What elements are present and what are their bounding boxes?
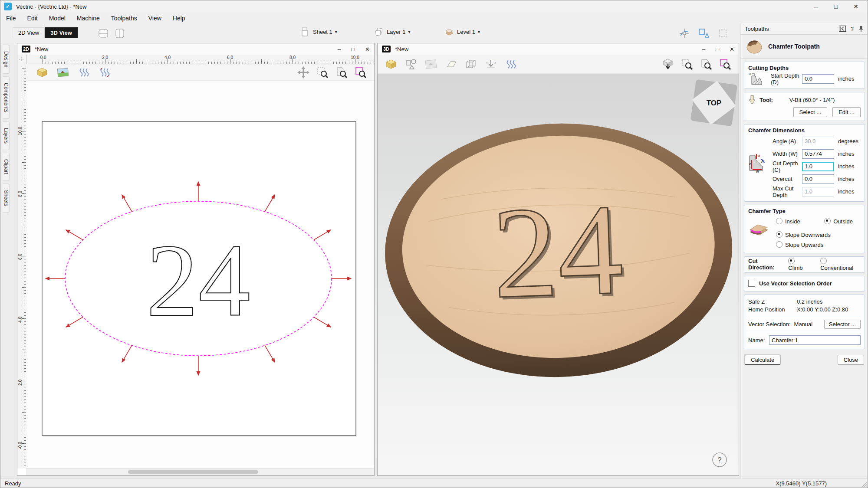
ruler-tick-label: 2.0 bbox=[18, 380, 23, 386]
collapse-panel-icon[interactable] bbox=[838, 25, 846, 33]
zoom-selection-icon[interactable] bbox=[681, 58, 694, 71]
pan-view-icon[interactable] bbox=[297, 66, 310, 79]
slope-downwards-radio[interactable]: Slope Downwards bbox=[776, 231, 831, 238]
toolpath-preview-icon[interactable] bbox=[504, 58, 517, 71]
vector-order-checkbox[interactable] bbox=[748, 280, 755, 287]
ruler-tick-label: 6.0 bbox=[227, 55, 233, 60]
sheet-selector[interactable]: Sheet 1 ▾ bbox=[301, 26, 337, 37]
material-plane-icon[interactable] bbox=[444, 58, 457, 71]
cut-depth-input[interactable] bbox=[802, 162, 834, 171]
cut-depth-row: Cut Depth (C) inches bbox=[773, 160, 861, 173]
tool-select-button[interactable]: Select ... bbox=[793, 107, 828, 117]
group-title: Chamfer Type bbox=[748, 208, 861, 214]
toolpath-preview-icon[interactable] bbox=[77, 66, 90, 79]
menu-help[interactable]: Help bbox=[167, 15, 191, 22]
width-input[interactable] bbox=[802, 149, 834, 159]
title-bar: ✓ Vectric - {Vectric Ltd} - *New – □ ✕ bbox=[0, 0, 868, 13]
maximize-button[interactable]: □ bbox=[826, 0, 846, 13]
conventional-radio[interactable]: Conventional bbox=[820, 258, 861, 271]
panel-title: Toolpaths bbox=[745, 26, 769, 32]
wireframe-cube-icon[interactable] bbox=[464, 58, 477, 71]
tab-3d-view[interactable]: 3D View bbox=[45, 27, 78, 38]
origin-position-icon[interactable]: YX bbox=[484, 58, 497, 71]
layer-selector[interactable]: Layer 1 ▾ bbox=[375, 26, 410, 37]
sidebar-tab-layers[interactable]: Layers bbox=[3, 121, 10, 150]
maximize-button[interactable]: □ bbox=[351, 46, 355, 52]
minimize-button[interactable]: – bbox=[806, 0, 826, 13]
units-label: inches bbox=[834, 176, 861, 182]
maximize-button[interactable]: □ bbox=[716, 46, 719, 52]
menu-toolpaths[interactable]: Toolpaths bbox=[105, 15, 143, 22]
vectric-logo-icon: ✓ bbox=[4, 3, 12, 10]
menu-machine[interactable]: Machine bbox=[71, 15, 105, 22]
svg-text:TOP: TOP bbox=[707, 99, 722, 107]
bitmap-icon[interactable] bbox=[56, 66, 69, 79]
toolpath-drawing-icon[interactable] bbox=[98, 66, 111, 79]
close-button[interactable]: ✕ bbox=[730, 46, 734, 52]
scrollbar-thumb[interactable] bbox=[128, 470, 258, 474]
draw-vectors-icon[interactable] bbox=[404, 58, 418, 71]
split-vertical-icon[interactable] bbox=[113, 27, 126, 40]
cut-depth-label: Cut Depth (C) bbox=[773, 160, 802, 173]
menu-edit[interactable]: Edit bbox=[22, 15, 43, 22]
snap-nodes-icon[interactable] bbox=[678, 27, 691, 40]
overcut-input[interactable] bbox=[802, 174, 834, 184]
chamfer-outside-radio[interactable]: Outside bbox=[824, 218, 861, 225]
vector-text-24[interactable]: 24 bbox=[146, 223, 250, 338]
level-selector[interactable]: Level 1 ▾ bbox=[444, 26, 480, 37]
cut-direction-group: Cut Direction: Climb Conventional bbox=[744, 256, 865, 273]
resize-grip-icon[interactable] bbox=[861, 481, 867, 487]
view-down-z-icon[interactable] bbox=[661, 58, 674, 71]
chamfer-inside-radio[interactable]: Inside bbox=[776, 218, 800, 225]
split-horizontal-icon[interactable] bbox=[97, 27, 110, 40]
tool-edit-button[interactable]: Edit ... bbox=[832, 107, 861, 117]
drawing-canvas-2d[interactable]: 24 bbox=[26, 81, 374, 468]
close-button[interactable]: ✕ bbox=[846, 0, 866, 13]
minimize-button[interactable]: – bbox=[702, 46, 705, 52]
ruler-tick-label: 8.0 bbox=[18, 191, 23, 197]
zoom-fit-icon[interactable] bbox=[700, 58, 713, 71]
start-depth-input[interactable] bbox=[802, 74, 834, 84]
snap-grid-icon[interactable] bbox=[716, 27, 729, 40]
width-label: Width (W) bbox=[773, 151, 802, 157]
pin-panel-icon[interactable] bbox=[858, 25, 864, 32]
menu-model[interactable]: Model bbox=[43, 15, 71, 22]
close-panel-button[interactable]: Close bbox=[838, 355, 864, 365]
zoom-box-icon[interactable] bbox=[719, 58, 732, 71]
sidebar-tab-sheets[interactable]: Sheets bbox=[3, 183, 10, 213]
material-block-icon[interactable] bbox=[36, 66, 49, 79]
app-title: Vectric - {Vectric Ltd} - *New bbox=[16, 3, 87, 10]
bitmap-disabled-icon[interactable] bbox=[424, 58, 437, 71]
zoom-box-icon[interactable] bbox=[354, 66, 367, 79]
climb-radio[interactable]: Climb bbox=[788, 258, 811, 271]
view-2d-window: 2D *New – □ ✕ -0.0 2.0 4.0 6.0 8.0 10.0 … bbox=[17, 43, 375, 476]
slope-upwards-radio[interactable]: Slope Upwards bbox=[776, 241, 823, 248]
sidebar-tab-components[interactable]: Components bbox=[3, 76, 10, 119]
render-canvas-3d[interactable]: 24 24 TOP ? bbox=[378, 74, 739, 475]
help-button[interactable]: ? bbox=[713, 453, 727, 467]
tool-name: V-Bit (60.0° - 1/4") bbox=[789, 97, 835, 103]
sidebar-tab-clipart[interactable]: Clipart bbox=[3, 153, 10, 181]
panel-help-icon[interactable]: ? bbox=[851, 26, 854, 32]
tab-2d-view[interactable]: 2D View bbox=[13, 27, 45, 38]
units-label: inches bbox=[834, 75, 861, 82]
zoom-selection-icon[interactable] bbox=[316, 66, 329, 79]
material-block-icon[interactable] bbox=[385, 58, 398, 71]
minimize-button[interactable]: – bbox=[338, 46, 341, 52]
view-2d-title: *New bbox=[35, 46, 48, 52]
vectric-app-window: ✓ Vectric - {Vectric Ltd} - *New – □ ✕ F… bbox=[0, 0, 868, 488]
close-button[interactable]: ✕ bbox=[365, 46, 370, 52]
svg-text:A: A bbox=[761, 160, 763, 163]
calculate-button[interactable]: Calculate bbox=[745, 355, 780, 365]
view-cube-top[interactable]: TOP bbox=[689, 78, 739, 128]
toolpath-name-input[interactable] bbox=[769, 335, 861, 345]
chamfer-dimensions-group: Chamfer Dimensions D C A W Angle (A) deg… bbox=[744, 124, 865, 202]
sidebar-tab-design[interactable]: Design bbox=[3, 45, 10, 74]
snap-geometry-icon[interactable] bbox=[697, 27, 710, 40]
ruler-tick-label: 6.0 bbox=[18, 254, 23, 260]
selector-button[interactable]: Selector ... bbox=[824, 320, 861, 329]
menu-file[interactable]: File bbox=[0, 15, 22, 22]
tool-label: Tool: bbox=[760, 97, 773, 103]
zoom-fit-icon[interactable] bbox=[335, 66, 348, 79]
menu-view[interactable]: View bbox=[143, 15, 167, 22]
